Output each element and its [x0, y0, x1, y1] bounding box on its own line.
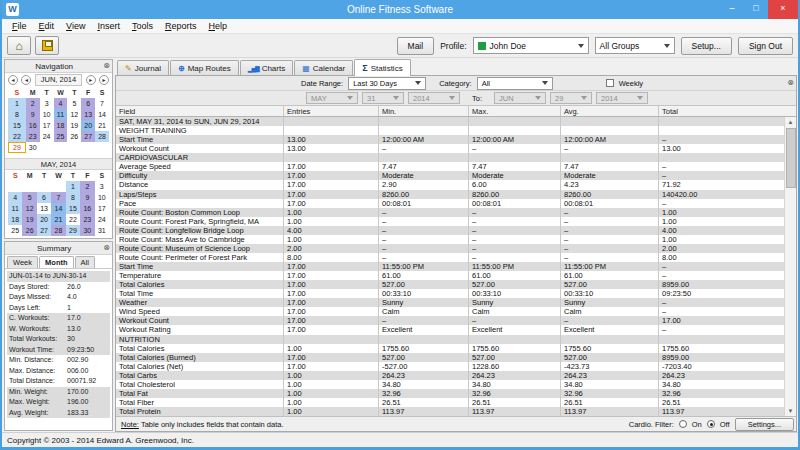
- to-day-select[interactable]: 29: [550, 92, 592, 104]
- maximize-button[interactable]: □: [744, 0, 768, 19]
- panel-close-icon[interactable]: ⊗: [103, 62, 110, 70]
- calendar-day[interactable]: 7: [51, 192, 65, 203]
- home-button[interactable]: ⌂: [7, 36, 31, 55]
- vertical-scrollbar[interactable]: ▲ ▼: [784, 117, 796, 416]
- summary-tab-all[interactable]: All: [75, 256, 95, 268]
- calendar-day[interactable]: 15: [8, 120, 26, 131]
- calendar-day[interactable]: 12: [67, 109, 81, 120]
- calendar-day[interactable]: 22: [8, 131, 26, 142]
- calendar-day[interactable]: 11: [54, 109, 68, 120]
- calendar-day[interactable]: 2: [80, 181, 94, 192]
- tab-journal[interactable]: ✎Journal: [117, 60, 169, 76]
- from-month-select[interactable]: MAY: [306, 92, 358, 104]
- calendar-day[interactable]: 20: [37, 214, 51, 225]
- calendar-day[interactable]: 24: [95, 214, 109, 225]
- summary-tab-week[interactable]: Week: [7, 256, 38, 268]
- calendar-day[interactable]: 3: [95, 181, 109, 192]
- calendar-day[interactable]: 21: [95, 120, 109, 131]
- calendar-day[interactable]: 16: [80, 203, 94, 214]
- cardio-off-radio[interactable]: [707, 420, 715, 428]
- calendar-day[interactable]: 5: [67, 98, 81, 109]
- calendar-day[interactable]: 9: [26, 109, 40, 120]
- calendar-day[interactable]: 30: [80, 225, 94, 236]
- calendar-day[interactable]: 13: [37, 203, 51, 214]
- menu-file[interactable]: File: [6, 21, 33, 31]
- calendar-day[interactable]: 19: [67, 120, 81, 131]
- calendar-day[interactable]: 17: [95, 203, 109, 214]
- calendar-day[interactable]: 29: [8, 142, 26, 153]
- calendar-day[interactable]: 9: [80, 192, 94, 203]
- menu-view[interactable]: View: [60, 21, 91, 31]
- signout-button[interactable]: Sign Out: [738, 37, 793, 55]
- next-month-icon[interactable]: ►: [86, 75, 96, 85]
- calendar-day[interactable]: 8: [8, 109, 26, 120]
- calendar-day[interactable]: 18: [8, 214, 22, 225]
- calendar-day[interactable]: 10: [95, 192, 109, 203]
- tab-statistics[interactable]: ΣStatistics: [354, 59, 410, 76]
- prev-month-icon[interactable]: ◄: [21, 75, 31, 85]
- calendar-day[interactable]: 23: [26, 131, 40, 142]
- to-month-select[interactable]: JUN: [494, 92, 546, 104]
- calendar-day[interactable]: 16: [26, 120, 40, 131]
- groups-select[interactable]: All Groups: [595, 37, 675, 54]
- calendar-day[interactable]: 15: [66, 203, 80, 214]
- calendar-day[interactable]: 27: [37, 225, 51, 236]
- calendar-day[interactable]: 8: [66, 192, 80, 203]
- calendar-day[interactable]: 1: [66, 181, 80, 192]
- calendar-day[interactable]: 10: [40, 109, 54, 120]
- close-button[interactable]: ×: [768, 0, 798, 19]
- calendar-day[interactable]: 3: [40, 98, 54, 109]
- settings-button[interactable]: Settings...: [735, 418, 794, 431]
- calendar-day[interactable]: 25: [8, 225, 22, 236]
- tab-calendar[interactable]: ▦Calendar: [294, 60, 353, 76]
- from-year-select[interactable]: 2014: [408, 92, 460, 104]
- calendar-day[interactable]: 4: [8, 192, 22, 203]
- calendar-day[interactable]: 7: [95, 98, 109, 109]
- calendar-day[interactable]: 22: [66, 214, 80, 225]
- scrollbar-thumb[interactable]: [786, 128, 796, 188]
- minimize-button[interactable]: –: [720, 0, 744, 19]
- menu-help[interactable]: Help: [202, 21, 233, 31]
- from-day-select[interactable]: 31: [362, 92, 404, 104]
- calendar-day[interactable]: 6: [81, 98, 95, 109]
- setup-button[interactable]: Setup...: [681, 37, 732, 55]
- next-year-icon[interactable]: ►: [99, 75, 109, 85]
- calendar-day[interactable]: 26: [67, 131, 81, 142]
- calendar-day[interactable]: 13: [81, 109, 95, 120]
- panel-close-icon[interactable]: ⊗: [103, 244, 110, 252]
- menu-insert[interactable]: Insert: [91, 21, 126, 31]
- calendar-day[interactable]: 26: [22, 225, 36, 236]
- scroll-down-icon[interactable]: ▼: [788, 406, 794, 416]
- calendar-day[interactable]: 28: [95, 131, 109, 142]
- calendar-day[interactable]: 31: [95, 225, 109, 236]
- calendar-day[interactable]: 12: [22, 203, 36, 214]
- tab-charts[interactable]: ▂▅▇Charts: [240, 60, 293, 76]
- summary-tab-month[interactable]: Month: [39, 256, 74, 268]
- panel-close-icon[interactable]: ⊗: [787, 79, 794, 87]
- tab-map-routes[interactable]: ⊕Map Routes: [170, 60, 239, 76]
- calendar-day[interactable]: 29: [66, 225, 80, 236]
- calendar-day[interactable]: 2: [26, 98, 40, 109]
- calendar-day[interactable]: 18: [54, 120, 68, 131]
- calendar-day[interactable]: 1: [8, 98, 26, 109]
- menu-tools[interactable]: Tools: [126, 21, 159, 31]
- calendar-day[interactable]: 14: [51, 203, 65, 214]
- calendar-day[interactable]: 20: [81, 120, 95, 131]
- calendar-day[interactable]: 24: [40, 131, 54, 142]
- calendar-day[interactable]: 11: [8, 203, 22, 214]
- calendar-day[interactable]: 25: [54, 131, 68, 142]
- profile-select[interactable]: John Doe: [473, 37, 589, 54]
- calendar-day[interactable]: 30: [26, 142, 40, 153]
- menu-edit[interactable]: Edit: [33, 21, 61, 31]
- category-select[interactable]: All: [477, 77, 553, 90]
- calendar-day[interactable]: 28: [51, 225, 65, 236]
- calendar-day[interactable]: 23: [80, 214, 94, 225]
- calendar-day[interactable]: 17: [40, 120, 54, 131]
- calendar-day[interactable]: 19: [22, 214, 36, 225]
- menu-reports[interactable]: Reports: [159, 21, 203, 31]
- mail-button[interactable]: Mail: [397, 37, 435, 55]
- calendar-day[interactable]: 21: [51, 214, 65, 225]
- calendar-day[interactable]: 27: [81, 131, 95, 142]
- to-year-select[interactable]: 2014: [596, 92, 648, 104]
- calendar-day[interactable]: 14: [95, 109, 109, 120]
